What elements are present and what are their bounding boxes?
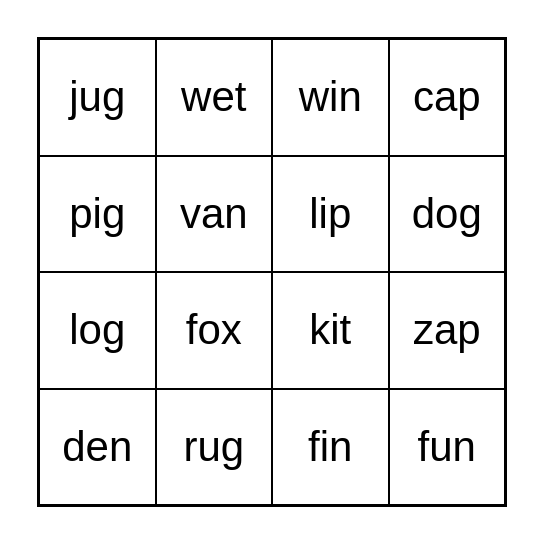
grid-cell-jug: jug [39,39,156,156]
word-grid: jugwetwincappigvanlipdoglogfoxkitzapdenr… [37,37,507,507]
grid-cell-log: log [39,272,156,389]
grid-cell-cap: cap [389,39,506,156]
grid-cell-zap: zap [389,272,506,389]
grid-cell-den: den [39,389,156,506]
grid-cell-pig: pig [39,156,156,273]
grid-cell-rug: rug [156,389,273,506]
grid-cell-van: van [156,156,273,273]
grid-cell-kit: kit [272,272,389,389]
grid-cell-dog: dog [389,156,506,273]
grid-cell-wet: wet [156,39,273,156]
grid-cell-fin: fin [272,389,389,506]
grid-cell-lip: lip [272,156,389,273]
grid-cell-fox: fox [156,272,273,389]
grid-cell-fun: fun [389,389,506,506]
grid-cell-win: win [272,39,389,156]
